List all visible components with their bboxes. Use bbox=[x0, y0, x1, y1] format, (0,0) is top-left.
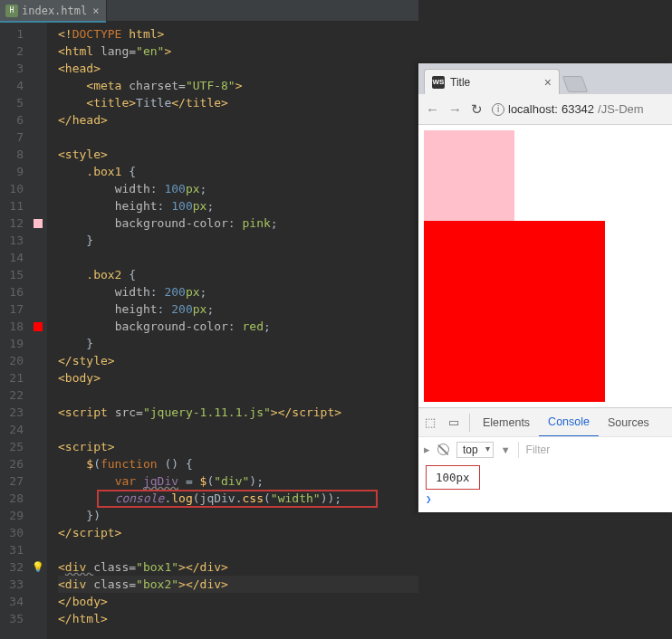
browser-tab-label: Title bbox=[450, 76, 470, 89]
code-content[interactable]: <!DOCTYPE html><html lang="en"><head> <m… bbox=[47, 22, 418, 639]
editor-tab-index-html[interactable]: H index.html × bbox=[0, 0, 107, 22]
url-host: localhost: bbox=[508, 102, 558, 116]
forward-button[interactable]: → bbox=[448, 101, 462, 117]
devtools-tab-elements[interactable]: Elements bbox=[474, 408, 539, 437]
close-icon[interactable]: × bbox=[544, 75, 552, 90]
devtools-console-output[interactable]: 100px ❯ bbox=[418, 462, 672, 512]
page-viewport bbox=[418, 125, 672, 407]
site-info-icon[interactable]: i bbox=[492, 103, 504, 116]
clear-console-icon[interactable] bbox=[437, 443, 449, 455]
browser-tab-strip: WS Title × bbox=[418, 63, 672, 94]
code-editor: H index.html × 1234567891011121314151617… bbox=[0, 0, 418, 639]
address-bar[interactable]: i localhost:63342/JS-Dem bbox=[492, 102, 665, 116]
box2-element bbox=[424, 221, 605, 402]
editor-tab-bar: H index.html × bbox=[0, 0, 418, 22]
favicon-icon: WS bbox=[432, 76, 445, 89]
url-port: 63342 bbox=[562, 102, 594, 116]
devtools-tab-console[interactable]: Console bbox=[539, 408, 599, 437]
reload-button[interactable]: ↻ bbox=[471, 101, 483, 118]
browser-toolbar: ← → ↻ i localhost:63342/JS-Dem bbox=[418, 94, 672, 125]
back-button[interactable]: ← bbox=[426, 101, 439, 117]
code-area[interactable]: 1234567891011121314151617181920212223242… bbox=[0, 22, 418, 639]
filter-input[interactable]: Filter bbox=[526, 443, 551, 456]
browser-panel: WS Title × ← → ↻ i localhost:63342/JS-De… bbox=[418, 0, 672, 639]
devtools-console-controls: ▸ top ▼ Filter bbox=[418, 436, 672, 462]
box1-element bbox=[424, 130, 514, 221]
console-log-output: 100px bbox=[426, 465, 480, 490]
close-icon[interactable]: × bbox=[92, 5, 99, 17]
html-file-icon: H bbox=[5, 5, 18, 17]
device-toggle-icon[interactable]: ▭ bbox=[442, 415, 466, 429]
devtools-tab-sources[interactable]: Sources bbox=[599, 408, 658, 437]
url-path: /JS-Dem bbox=[598, 102, 644, 116]
console-prompt-icon[interactable]: ❯ bbox=[426, 493, 665, 505]
show-console-icon[interactable]: ▸ bbox=[424, 443, 430, 456]
browser-tab-title[interactable]: WS Title × bbox=[424, 69, 560, 94]
context-selector[interactable]: top bbox=[456, 442, 494, 458]
line-number-gutter: 1234567891011121314151617181920212223242… bbox=[0, 22, 29, 639]
editor-tab-label: index.html bbox=[22, 5, 87, 17]
gutter-marks bbox=[29, 22, 47, 639]
inspect-icon[interactable]: ⬚ bbox=[418, 415, 442, 429]
new-tab-button[interactable] bbox=[562, 76, 589, 92]
devtools-tabs: ⬚ ▭ Elements Console Sources bbox=[418, 407, 672, 436]
